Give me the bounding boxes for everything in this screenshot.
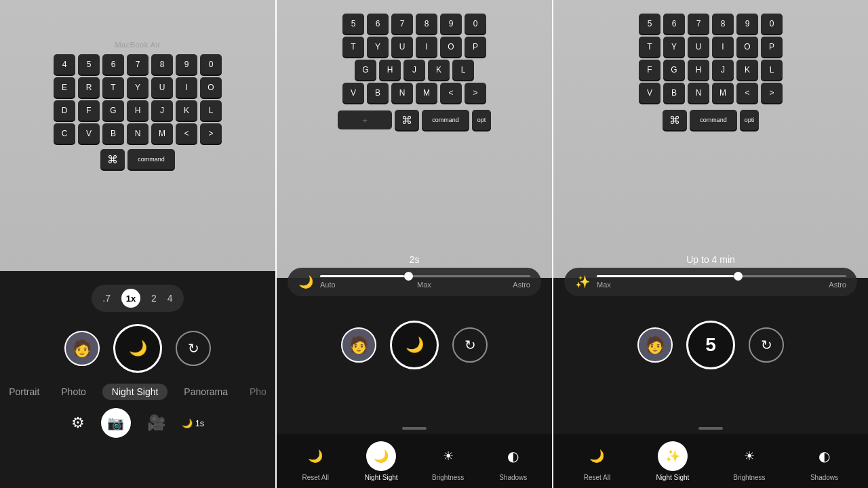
- brightness-label-3: Brightness: [733, 474, 765, 481]
- bottom-icons-3: 🌙 Reset All ✨ Night Sight ☀ Brightness ◐…: [553, 434, 868, 488]
- zoom-4[interactable]: 4: [167, 293, 173, 304]
- brightness-icon-2: ☀: [433, 441, 463, 471]
- shadows-label-2: Shadows: [499, 474, 527, 481]
- camera-icon[interactable]: 📷: [101, 408, 131, 438]
- shutter-button-2[interactable]: 🌙: [390, 321, 439, 369]
- macbook-label-1: MacBook Air: [115, 41, 160, 49]
- camera-controls-3: 🧑 5 ↻: [553, 321, 868, 369]
- nightsight-label-3: Night Sight: [656, 474, 689, 481]
- zoom-2[interactable]: 2: [151, 293, 157, 304]
- avatar-1[interactable]: 🧑: [64, 331, 100, 366]
- drag-bar-2: [402, 427, 427, 430]
- camera-bottom-1: .7 1x 2 4 🧑 🌙 ↻ Portrait Photo Night Sig…: [0, 271, 275, 488]
- rotate-button-1[interactable]: ↻: [176, 331, 211, 366]
- brightness-label-2: Brightness: [432, 474, 464, 481]
- slider-thumb-2[interactable]: [404, 272, 413, 281]
- mode-portrait[interactable]: Portrait: [3, 384, 45, 400]
- avatar-3[interactable]: 🧑: [637, 327, 673, 363]
- reset-label-3: Reset All: [584, 474, 610, 481]
- moon-timer-icon: 🌙: [182, 418, 193, 428]
- nightsight-icon-3: ✨: [658, 441, 688, 471]
- slider-opt-auto: Auto: [320, 281, 336, 289]
- countdown-value: 5: [705, 334, 716, 356]
- zoom-bar-1: .7 1x 2 4: [0, 271, 275, 312]
- avatar-2[interactable]: 🧑: [341, 327, 376, 363]
- camera-controls-2: 🧑 🌙 ↻: [277, 321, 552, 369]
- shutter-button-1[interactable]: 🌙: [113, 324, 162, 373]
- moon-icon-1: 🌙: [129, 340, 147, 357]
- mode-bar-1: Portrait Photo Night Sight Panorama Pho: [0, 384, 275, 400]
- countdown-button[interactable]: 5: [686, 321, 735, 369]
- slider-opt-max-3: Max: [597, 281, 611, 289]
- bottom-icon-reset-2[interactable]: 🌙 Reset All: [300, 441, 330, 481]
- slider-3[interactable]: Max Astro: [597, 275, 846, 289]
- zoom-07[interactable]: .7: [102, 293, 111, 304]
- slider-2[interactable]: Auto Max Astro: [320, 275, 530, 289]
- slider-container-3: ✨ Max Astro: [564, 268, 857, 296]
- rotate-button-2[interactable]: ↻: [452, 327, 488, 363]
- shadows-label-3: Shadows: [810, 474, 838, 481]
- slider-container-2: 🌙 Auto Max Astro: [288, 268, 541, 296]
- reset-label-2: Reset All: [302, 474, 328, 481]
- mode-pho[interactable]: Pho: [244, 384, 272, 400]
- bottom-icon-shadows-2[interactable]: ◐ Shadows: [498, 441, 528, 481]
- slider-label-2: 2s: [277, 254, 552, 265]
- bottom-icon-brightness-3[interactable]: ☀ Brightness: [733, 441, 765, 481]
- mode-panorama[interactable]: Panorama: [178, 384, 233, 400]
- brightness-icon-3: ☀: [734, 441, 764, 471]
- timer-badge: 🌙 1s: [182, 418, 205, 428]
- slider-opt-astro: Astro: [513, 281, 530, 289]
- panel-2: 567890 TYUIOP GHJKL VBNM<> + ⌘ command o…: [277, 0, 552, 488]
- rotate-button-3[interactable]: ↻: [749, 327, 784, 363]
- bottom-icon-shadows-3[interactable]: ◐ Shadows: [810, 441, 840, 481]
- bottom-icons-2: 🌙 Reset All 🌙 Night Sight ☀ Brightness ◐…: [277, 434, 552, 488]
- camera-controls-1: 🧑 🌙 ↻: [0, 324, 275, 373]
- reset-icon-3: 🌙: [582, 441, 612, 471]
- bottom-icon-nightsight-3[interactable]: ✨ Night Sight: [656, 441, 689, 481]
- shadows-icon-3: ◐: [810, 441, 840, 471]
- zoom-1x[interactable]: 1x: [121, 289, 140, 308]
- slider-thumb-3[interactable]: [734, 272, 743, 281]
- shadows-icon-2: ◐: [498, 441, 528, 471]
- bottom-icon-brightness-2[interactable]: ☀ Brightness: [432, 441, 464, 481]
- slider-opt-astro-3: Astro: [829, 281, 846, 289]
- timer-value: 1s: [195, 418, 205, 428]
- nightsight-label-2: Night Sight: [365, 474, 398, 481]
- nightsight-icon-2: 🌙: [366, 441, 396, 471]
- slider-opt-max: Max: [417, 281, 431, 289]
- bottom-icon-nightsight-2[interactable]: 🌙 Night Sight: [365, 441, 398, 481]
- mode-photo[interactable]: Photo: [56, 384, 92, 400]
- slider-moon-icon: 🌙: [298, 274, 313, 289]
- panel-3: 567890 TYUIOP FGHJKL VBNM<> ⌘ command op…: [553, 0, 868, 488]
- moon-icon-2: 🌙: [406, 336, 424, 354]
- slider-label-3: Up to 4 min: [553, 254, 868, 265]
- zoom-pill: .7 1x 2 4: [92, 285, 183, 312]
- keyboard-bg-1: 4567890 ERTYUIO DFGHJKL CVBNM<> ⌘ comman…: [0, 0, 275, 278]
- video-icon[interactable]: 🎥: [147, 414, 165, 432]
- panel-1: 4567890 ERTYUIO DFGHJKL CVBNM<> ⌘ comman…: [0, 0, 275, 488]
- bottom-toolbar-1: ⚙ 📷 🎥 🌙 1s: [0, 408, 275, 438]
- drag-bar-3: [698, 427, 723, 430]
- slider-sparkle-icon: ✨: [575, 274, 590, 289]
- mode-night-sight[interactable]: Night Sight: [102, 384, 167, 400]
- reset-icon-2: 🌙: [300, 441, 330, 471]
- bottom-icon-reset-3[interactable]: 🌙 Reset All: [582, 441, 612, 481]
- settings-icon[interactable]: ⚙: [71, 414, 85, 432]
- keyboard-bg-2: 567890 TYUIOP GHJKL VBNM<> + ⌘ command o…: [277, 0, 552, 278]
- keyboard-bg-3: 567890 TYUIOP FGHJKL VBNM<> ⌘ command op…: [553, 0, 868, 278]
